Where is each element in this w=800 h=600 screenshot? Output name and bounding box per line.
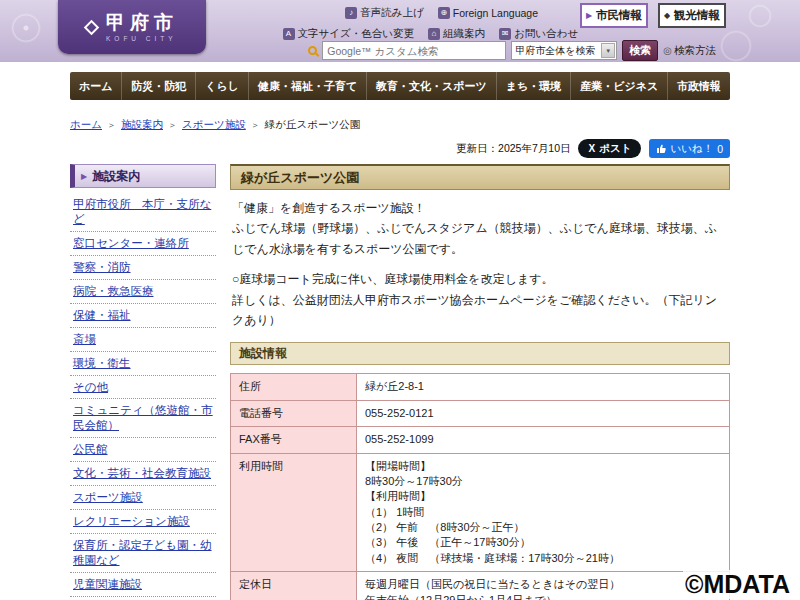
sidebar-item-label: 病院・救急医療	[73, 285, 154, 297]
search-scope-select[interactable]: 甲府市全体を検索 ▼	[511, 41, 617, 60]
nav-item-disaster[interactable]: 防災・防犯	[121, 72, 195, 100]
foreign-language-link[interactable]: ⊕ Foreign Language	[438, 7, 538, 19]
x-post-label: ポスト	[599, 142, 631, 156]
row-value-hours: 【開場時間】 8時30分～17時30分 【利用時間】 （1） 1時間 （2） 午…	[357, 453, 730, 572]
sidebar-item-label: 保健・福祉	[73, 309, 131, 321]
row-label-hours: 利用時間	[231, 453, 357, 572]
city-emblem-icon	[84, 19, 100, 35]
x-post-button[interactable]: X ポスト	[578, 139, 641, 158]
text-size-label: 文字サイズ・色合い変更	[298, 27, 414, 41]
sidebar-item-label: スポーツ施設	[73, 491, 143, 503]
sidebar-item-label: 公民館	[73, 443, 108, 455]
sidebar-item-environment[interactable]: 環境・衛生	[70, 352, 216, 376]
globe-icon: ⊕	[438, 7, 450, 19]
sidebar-item-health-welfare[interactable]: 保健・福祉	[70, 304, 216, 328]
sidebar-item-other[interactable]: その他	[70, 376, 216, 400]
tourism-info-button[interactable]: ◆ 観光情報	[658, 3, 726, 28]
watermark: ©MDATA	[683, 570, 792, 599]
row-label-phone: 電話番号	[231, 400, 357, 426]
nav-item-industry-business[interactable]: 産業・ビジネス	[570, 72, 667, 100]
nav-item-living[interactable]: くらし	[195, 72, 248, 100]
search-method-link[interactable]: ◎ 検索方法	[663, 44, 716, 58]
contact-link[interactable]: ✉ お問い合わせ	[499, 27, 578, 41]
text-size-icon: A	[283, 28, 295, 40]
sidebar-item-label: 保育所・認定子ども園・幼稚園など	[73, 539, 212, 566]
search-input[interactable]	[322, 41, 506, 60]
intro-text: 「健康」を創造するスポーツ施設！ ふじでん球場（野球場）、ふじでんスタジアム（競…	[232, 198, 728, 330]
sidebar-item-community-center[interactable]: 公民館	[70, 438, 216, 462]
x-logo-icon: X	[588, 143, 595, 154]
breadcrumb-current: 緑が丘スポーツ公園	[265, 118, 360, 132]
nav-item-health-welfare[interactable]: 健康・福祉・子育て	[248, 72, 366, 100]
nav-item-town-environment[interactable]: まち・環境	[496, 72, 570, 100]
breadcrumb-separator: ＞	[251, 119, 260, 132]
sidebar-item-police-fire[interactable]: 警察・消防	[70, 256, 216, 280]
breadcrumb-facilities[interactable]: 施設案内	[121, 118, 163, 132]
sidebar-item-nursery[interactable]: 保育所・認定子ども園・幼稚園など	[70, 534, 216, 573]
tourism-marker-icon: ◆	[664, 12, 670, 20]
breadcrumb-home[interactable]: ホーム	[70, 118, 102, 132]
sidebar-item-hospitals[interactable]: 病院・救急医療	[70, 280, 216, 304]
sidebar-item-children-facilities[interactable]: 児童関連施設	[70, 573, 216, 597]
speaker-icon: ♪	[345, 7, 357, 19]
sidebar-item-sports-facilities[interactable]: スポーツ施設	[70, 486, 216, 510]
nav-item-home[interactable]: ホーム	[70, 72, 121, 100]
organization-label: 組織案内	[443, 27, 485, 41]
page-body: ホーム ＞ 施設案内 ＞ スポーツ施設 ＞ 緑が丘スポーツ公園 更新日：2025…	[70, 118, 730, 600]
sidebar-item-funeral-hall[interactable]: 斎場	[70, 328, 216, 352]
sidebar-title: 施設案内	[92, 168, 140, 185]
row-label-address: 住所	[231, 374, 357, 400]
facility-info-header: 施設情報	[230, 342, 730, 365]
mail-icon: ✉	[499, 28, 511, 40]
sidebar-item-label: 斎場	[73, 333, 96, 345]
table-row: FAX番号 055-252-1099	[231, 427, 730, 453]
utility-links-bottom: A 文字サイズ・色合い変更 ⌂ 組織案内 ✉ お問い合わせ	[283, 27, 578, 41]
sidebar-item-label: 窓口センター・連絡所	[73, 237, 189, 249]
utility-links-top: ♪ 音声読み上げ ⊕ Foreign Language	[345, 6, 538, 20]
chevron-down-icon: ▼	[601, 43, 615, 58]
intro-line-3: ○庭球場コート完成に伴い、庭球場使用料金を改定します。	[232, 269, 728, 289]
sidebar-item-label: 甲府市役所 本庁・支所など	[73, 198, 211, 225]
audio-readout-link[interactable]: ♪ 音声読み上げ	[345, 6, 424, 20]
row-value-fax: 055-252-1099	[357, 427, 730, 453]
sidebar-item-label: レクリエーション施設	[73, 515, 190, 527]
sidebar-item-city-hall[interactable]: 甲府市役所 本庁・支所など	[70, 193, 216, 232]
table-row: 住所 緑が丘2-8-1	[231, 374, 730, 400]
nav-item-city-government[interactable]: 市政情報	[667, 72, 730, 100]
row-label-closed-days: 定休日	[231, 572, 357, 600]
row-value-phone: 055-252-0121	[357, 400, 730, 426]
city-logo[interactable]: 甲府市 KOFU CITY	[58, 0, 206, 54]
audio-readout-label: 音声読み上げ	[360, 6, 424, 20]
citizen-info-button[interactable]: ▶ 市民情報	[580, 3, 648, 28]
search-method-icon: ◎	[663, 45, 672, 56]
info-buttons: ▶ 市民情報 ◆ 観光情報	[580, 3, 726, 28]
breadcrumb-sports-facilities[interactable]: スポーツ施設	[182, 118, 246, 132]
text-size-link[interactable]: A 文字サイズ・色合い変更	[283, 27, 414, 41]
sidebar-item-label: 警察・消防	[73, 261, 131, 273]
sidebar-item-label: コミュニティ（悠遊館・市民会館）	[73, 404, 213, 431]
sidebar: ▶ 施設案内 甲府市役所 本庁・支所など 窓口センター・連絡所 警察・消防 病院…	[70, 164, 216, 600]
sidebar-item-service-centers[interactable]: 窓口センター・連絡所	[70, 232, 216, 256]
search-method-label: 検索方法	[674, 44, 716, 58]
organization-link[interactable]: ⌂ 組織案内	[428, 27, 485, 41]
sidebar-item-label: その他	[73, 381, 108, 393]
contact-label: お問い合わせ	[514, 27, 578, 41]
sidebar-list: 甲府市役所 本庁・支所など 窓口センター・連絡所 警察・消防 病院・救急医療 保…	[70, 193, 216, 600]
search-button[interactable]: 検索	[622, 40, 658, 61]
breadcrumb-separator: ＞	[168, 119, 177, 132]
intro-line-2: ふじでん球場（野球場）、ふじでんスタジアム（競技場）、ふじでん庭球場、球技場、ふ…	[232, 218, 728, 259]
facebook-like-button[interactable]: いいね！ 0	[649, 139, 730, 158]
nav-item-education-culture[interactable]: 教育・文化・スポーツ	[366, 72, 496, 100]
row-label-fax: FAX番号	[231, 427, 357, 453]
intro-line-1: 「健康」を創造するスポーツ施設！	[232, 198, 728, 218]
facility-info-table: 住所 緑が丘2-8-1 電話番号 055-252-0121 FAX番号 055-…	[230, 373, 730, 600]
citizen-info-label: 市民情報	[596, 8, 642, 23]
sidebar-item-community[interactable]: コミュニティ（悠遊館・市民会館）	[70, 399, 216, 438]
main-content: 緑が丘スポーツ公園 「健康」を創造するスポーツ施設！ ふじでん球場（野球場）、ふ…	[230, 164, 730, 600]
breadcrumb-separator: ＞	[107, 119, 116, 132]
organization-icon: ⌂	[428, 28, 440, 40]
sidebar-item-culture-education[interactable]: 文化・芸術・社会教育施設	[70, 462, 216, 486]
sidebar-item-recreation[interactable]: レクリエーション施設	[70, 510, 216, 534]
sidebar-item-label: 児童関連施設	[73, 578, 142, 590]
update-date: 更新日：2025年7月10日	[456, 142, 570, 156]
